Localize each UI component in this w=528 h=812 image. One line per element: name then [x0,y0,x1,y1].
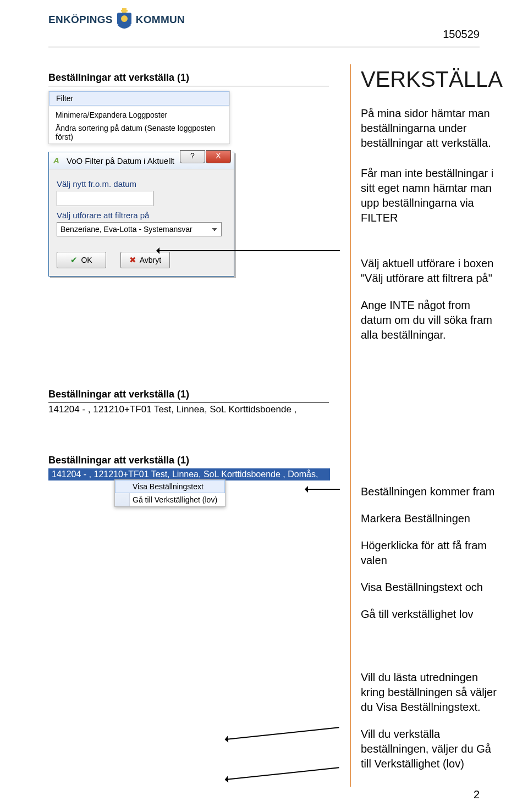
instruction-p9: Gå till verkställighet lov [361,607,503,622]
performer-filter-select[interactable]: Benzeriane, Eva-Lotta - Systemansvar [57,222,222,236]
filter-dialog: A VoO Filter på Datum i Aktuellt ? X Väl… [48,152,234,277]
instruction-p5: Beställningen kommer fram [361,484,503,499]
app-icon: A [53,156,63,165]
context-menu-item-show-order-text[interactable]: Visa Beställningstext [115,480,225,493]
header-divider [48,47,480,48]
panel1-context-menu: Filter Minimera/Expandera Loggposter Änd… [48,91,230,144]
context-menu-item-goto-execution[interactable]: Gå till Verkställighet (lov) [115,493,225,506]
annotation-arrow-4 [227,767,339,780]
context-menu-divider [49,107,229,107]
filter-dialog-titlebar: A VoO Filter på Datum i Aktuellt ? X [49,152,234,169]
panel3-row-text: 141204 - , 121210+TF01 Test, Linnea, SoL… [52,469,318,479]
instruction-p6: Markera Beställningen [361,511,503,526]
cancel-button[interactable]: ✖ Avbryt [120,252,170,268]
context-menu-item-filter[interactable]: Filter [49,91,229,106]
annotation-arrow-3 [227,727,339,739]
panel3-selected-row[interactable]: 141204 - , 121210+TF01 Test, Linnea, SoL… [48,468,330,480]
from-date-input[interactable] [57,191,153,206]
page-number: 2 [474,788,480,801]
instruction-p7: Högerklicka för att få fram valen [361,538,503,568]
annotation-arrow-1 [158,250,340,251]
filter-dialog-title: VoO Filter på Datum i Aktuellt [67,156,174,165]
context-menu-item-sort[interactable]: Ändra sortering på datum (Senaste loggpo… [49,121,229,143]
instruction-p10: Vill du lästa utredningen kring beställn… [361,670,503,715]
logo-text-left: ENKÖPINGS [48,14,113,26]
instruction-p8: Visa Beställningstext och [361,580,503,595]
help-button[interactable]: ? [180,150,205,163]
panel1-heading: Beställningar att verkställa (1) [48,72,329,86]
ok-button-label: OK [81,256,92,264]
ok-button[interactable]: ✔ OK [57,252,106,268]
svg-point-1 [121,15,128,22]
close-button[interactable]: X [206,150,231,163]
annotation-arrow-2 [307,489,340,490]
from-date-label: Välj nytt fr.o.m. datum [57,179,226,189]
cross-icon: ✖ [129,255,136,265]
document-date: 150529 [443,28,480,41]
instruction-p11: Vill du verkställa beställningen, väljer… [361,727,503,771]
instruction-p3: Välj aktuell utförare i boxen "Välj utfö… [361,256,503,286]
panel2-row[interactable]: 141204 - , 121210+TF01 Test, Linnea, SoL… [48,404,323,415]
crest-icon [115,8,134,31]
check-icon: ✔ [70,255,78,265]
municipality-logo: ENKÖPINGS KOMMUN [48,8,185,31]
panel2-heading: Beställningar att verkställa (1) [48,389,329,403]
panel3-context-menu: Visa Beställningstext Gå till Verkställi… [114,479,226,507]
instruction-p4: Ange INTE något from datum om du vill sö… [361,298,503,343]
page-title: VERKSTÄLLA [361,64,503,94]
context-menu-item-minimize[interactable]: Minimera/Expandera Loggposter [49,108,229,121]
performer-filter-label: Välj utförare att filtrera på [57,211,226,220]
logo-text-right: KOMMUN [136,14,185,26]
instruction-p1: På mina sidor hämtar man beställningarna… [361,106,503,151]
cancel-button-label: Avbryt [140,256,161,264]
instruction-p2: Får man inte beställningar i sitt eget n… [361,166,503,225]
panel3-heading: Beställningar att verkställa (1) [48,455,329,468]
svg-rect-3 [121,10,128,12]
